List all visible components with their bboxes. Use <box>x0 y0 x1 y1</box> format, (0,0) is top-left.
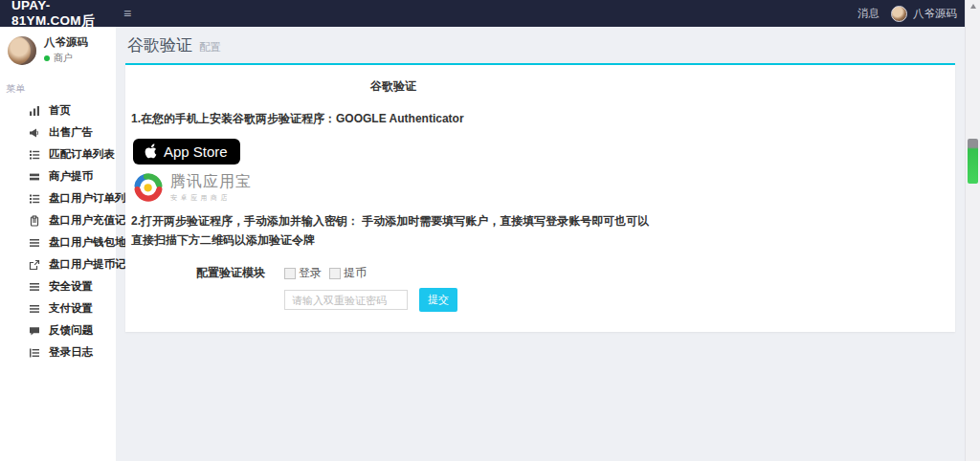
sidebar-user-role-label: 商户 <box>54 52 73 65</box>
sidebar-item[interactable]: 支付设置 <box>0 297 116 319</box>
module-checkbox-group: 提币 <box>329 265 374 281</box>
sidebar-item[interactable]: 商户提币 <box>0 165 116 187</box>
apple-icon <box>143 143 157 160</box>
module-checkbox-group: 登录 <box>284 265 329 281</box>
module-row: 配置验证模块 登录 提币 <box>131 265 656 281</box>
module-label: 配置验证模块 <box>131 265 265 281</box>
brand-title: UPAY-81YM.COM后 <box>0 0 116 30</box>
online-status-dot <box>44 55 50 61</box>
bars-icon <box>29 171 40 183</box>
user-menu[interactable]: 八爷源码 <box>891 6 957 22</box>
google-auth-card: 谷歌验证 1.在您的手机上安装谷歌两步验证程序：GOOGLE Authentic… <box>125 63 955 332</box>
navbar-right: 消息 八爷源码 <box>858 6 980 22</box>
sidebar-user-name: 八爷源码 <box>44 35 88 50</box>
scroll-up-button[interactable] <box>966 0 980 12</box>
sidebar-item[interactable]: 登录日志 <box>0 341 116 363</box>
scroll-up-icon <box>970 4 976 9</box>
sidebar-item[interactable]: 出售广告 <box>0 121 116 143</box>
sidebar-item[interactable]: 反馈问题 <box>0 319 116 341</box>
sidebar-user-panel[interactable]: 八爷源码 商户 <box>0 27 116 71</box>
page-header: 谷歌验证 配置 <box>116 27 965 63</box>
hamburger-menu-icon[interactable]: ≡ <box>123 7 131 20</box>
sidebar-item[interactable]: 首页 <box>0 99 116 121</box>
external-link-icon <box>29 259 40 271</box>
page-subtitle: 配置 <box>199 40 221 55</box>
lines-icon <box>29 237 40 249</box>
clipboard-icon <box>29 215 40 227</box>
scrollbar-thumb[interactable] <box>968 139 978 184</box>
messages-link[interactable]: 消息 <box>858 7 880 21</box>
card-heading: 谷歌验证 <box>131 78 656 95</box>
sidebar-section-label: 菜单 <box>0 71 116 99</box>
browser-scrollbar[interactable] <box>965 0 980 461</box>
bar-chart-icon <box>29 105 40 117</box>
password-row: 提交 <box>131 288 656 312</box>
step1-instruction: 1.在您的手机上安装谷歌两步验证程序：GOOGLE Authenticator <box>131 110 656 129</box>
sidebar-user-role: 商户 <box>44 52 88 65</box>
two-factor-password-input[interactable] <box>284 290 408 310</box>
list-icon <box>29 193 40 205</box>
page-title: 谷歌验证 <box>127 34 192 56</box>
checkbox[interactable] <box>329 268 341 279</box>
sidebar-item[interactable]: 匹配订单列表 <box>0 143 116 165</box>
top-navbar: UPAY-81YM.COM后 ≡ 消息 八爷源码 <box>0 0 980 27</box>
auth-config-form: 配置验证模块 登录 提币 提交 <box>131 265 656 312</box>
sidebar-nav: 首页 出售广告 匹配订单列表 商户提币 盘口用户订单列表 盘口用户充值记录 盘口… <box>0 99 116 363</box>
list-icon <box>29 149 40 161</box>
navbar-username: 八爷源码 <box>913 7 957 21</box>
tencent-myapp-subtitle: 安卓应用商店 <box>170 193 252 203</box>
sidebar-item[interactable]: 盘口用户提币记录 <box>0 253 116 275</box>
sidebar-item[interactable]: 安全设置 <box>0 275 116 297</box>
step2-instruction: 2.打开两步验证程序，手动添加并输入密钥： 手动添加时需要填写账户，直接填写登录… <box>131 212 656 251</box>
sidebar-item[interactable]: 盘口用户充值记录 <box>0 209 116 231</box>
avatar <box>8 36 36 65</box>
comment-icon <box>29 325 40 337</box>
sidebar: 八爷源码 商户 菜单 首页 出售广告 匹配订单列表 商户提币 盘口用户订单列表 … <box>0 27 116 461</box>
avatar <box>891 6 907 22</box>
tencent-myapp-badge[interactable]: 腾讯应用宝 安卓应用商店 <box>133 172 656 203</box>
module-checkboxes: 登录 提币 <box>284 265 374 281</box>
sidebar-item[interactable]: 盘口用户钱包地址 <box>0 231 116 253</box>
log-icon <box>29 347 40 359</box>
tencent-myapp-name: 腾讯应用宝 <box>170 172 252 192</box>
sidebar-item[interactable]: 盘口用户订单列表 <box>0 187 116 209</box>
app-store-badge[interactable]: App Store <box>133 139 240 165</box>
main-content: 谷歌验证 配置 谷歌验证 1.在您的手机上安装谷歌两步验证程序：GOOGLE A… <box>116 27 965 461</box>
megaphone-icon <box>29 127 40 139</box>
lines-icon <box>29 281 40 293</box>
app-store-label: App Store <box>164 143 228 160</box>
submit-button[interactable]: 提交 <box>419 288 457 312</box>
lines-icon <box>29 303 40 315</box>
checkbox[interactable] <box>284 268 296 279</box>
tencent-myapp-logo-icon <box>133 172 164 203</box>
